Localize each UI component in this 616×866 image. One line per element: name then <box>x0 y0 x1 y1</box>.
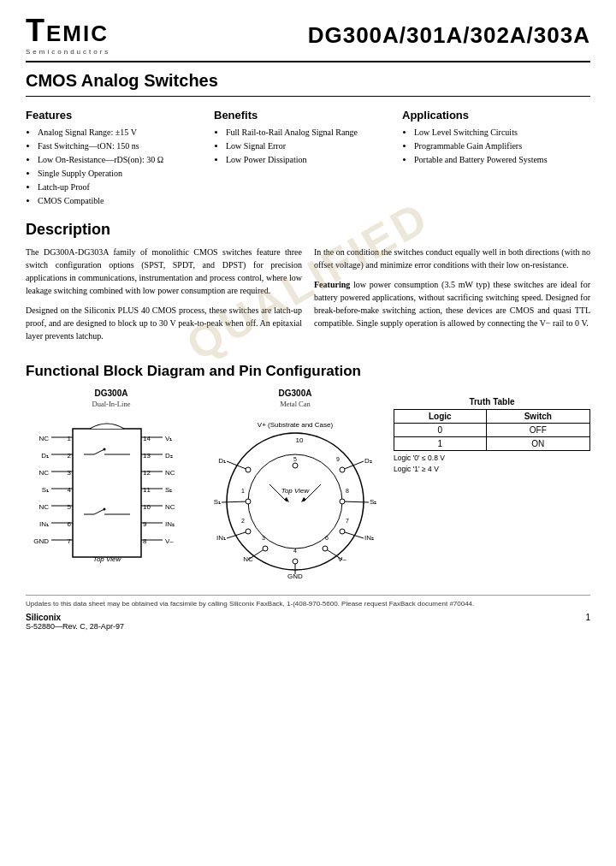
benefits-list: Full Rail-to-Rail Analog Signal Range Lo… <box>214 127 394 166</box>
can-svg: V+ (Substrate and Case) D₁ 10 D₂ 9 S₁ 1 … <box>205 412 385 583</box>
svg-text:10: 10 <box>296 436 304 444</box>
svg-point-77 <box>340 529 345 534</box>
revision-text: S-52880—Rev. C, 28-Apr-97 <box>26 622 124 631</box>
applications-column: Applications Low Level Switching Circuit… <box>402 109 590 209</box>
svg-text:NC: NC <box>165 469 175 477</box>
svg-text:12: 12 <box>143 469 151 477</box>
svg-text:V₁: V₁ <box>165 435 172 442</box>
dip-diagram: DG300A Dual-In-Line 1 NC 2 D₁ 3 NC 4 S₁ <box>26 389 197 584</box>
description-col2: In the on condition the switches conduct… <box>314 246 590 349</box>
company-logo: TEMIC Semiconductors <box>26 15 110 56</box>
logo-subtitle: Semiconductors <box>26 48 110 56</box>
svg-text:IN₂: IN₂ <box>165 520 175 528</box>
list-item: Analog Signal Range: ±15 V <box>38 127 205 139</box>
svg-text:V+ (Substrate and Case): V+ (Substrate and Case) <box>258 421 334 429</box>
can-diagram: DG300A Metal Can V+ (Substrate and Case)… <box>205 389 385 584</box>
desc-p3: In the on condition the switches conduct… <box>314 246 590 271</box>
svg-text:1: 1 <box>68 435 72 442</box>
svg-rect-0 <box>73 429 141 557</box>
svg-point-65 <box>246 499 251 504</box>
svg-text:S₂: S₂ <box>165 486 172 494</box>
list-item: Fast Switching—tON: 150 ns <box>38 140 205 152</box>
svg-text:IN₂: IN₂ <box>364 534 374 542</box>
svg-text:GND: GND <box>33 537 49 545</box>
desc-p1: The DG300A-DG303A family of monolithic C… <box>26 246 302 297</box>
svg-text:S₂: S₂ <box>370 498 376 506</box>
description-body: The DG300A-DG303A family of monolithic C… <box>26 246 590 349</box>
svg-text:Top View: Top View <box>93 555 122 563</box>
svg-text:6: 6 <box>68 520 72 528</box>
svg-text:NC: NC <box>38 503 49 511</box>
col-switch: Switch <box>486 410 589 424</box>
svg-text:9: 9 <box>143 520 147 528</box>
features-section: Features Analog Signal Range: ±15 V Fast… <box>26 109 590 209</box>
svg-point-89 <box>293 559 298 564</box>
list-item: Programmable Gain Amplifiers <box>414 140 582 152</box>
applications-title: Applications <box>402 109 582 122</box>
desc-p2: Designed on the Siliconix PLUS 40 CMOS p… <box>26 304 302 342</box>
svg-text:V–: V– <box>338 555 346 563</box>
footer-note: Updates to this data sheet may be obtain… <box>26 595 590 608</box>
features-column: Features Analog Signal Range: ±15 V Fast… <box>26 109 214 209</box>
benefits-column: Benefits Full Rail-to-Rail Analog Signal… <box>214 109 402 209</box>
list-item: CMOS Compatible <box>38 195 205 207</box>
truth-table-section: Truth Table Logic Switch 0 OFF 1 ON <box>394 389 590 473</box>
list-item: Latch-up Proof <box>38 181 205 193</box>
svg-text:4: 4 <box>293 548 297 554</box>
svg-text:V–: V– <box>165 537 174 545</box>
list-item: Single Supply Operation <box>38 168 205 180</box>
page-title: CMOS Analog Switches <box>26 71 590 97</box>
row0-switch: OFF <box>486 424 589 437</box>
svg-text:2: 2 <box>68 452 72 460</box>
list-item: Full Rail-to-Rail Analog Signal Range <box>226 127 394 139</box>
list-item: Portable and Battery Powered Systems <box>414 154 582 166</box>
svg-text:14: 14 <box>143 435 151 442</box>
description-section: QUALIFIED Description The DG300A-DG303A … <box>26 221 590 349</box>
svg-text:8: 8 <box>143 537 147 545</box>
table-row: 1 ON <box>394 437 590 451</box>
svg-point-57 <box>246 467 251 472</box>
footer-left: Siliconix S-52880—Rev. C, 28-Apr-97 <box>26 613 124 631</box>
truth-table: Logic Switch 0 OFF 1 ON <box>394 409 590 451</box>
truth-table-title: Truth Table <box>394 397 590 406</box>
svg-text:8: 8 <box>346 488 349 494</box>
dip-package: Dual-In-Line <box>26 400 197 408</box>
table-row: 0 OFF <box>394 424 590 437</box>
svg-point-61 <box>340 467 345 472</box>
svg-text:10: 10 <box>143 503 151 511</box>
fbd-area: DG300A Dual-In-Line 1 NC 2 D₁ 3 NC 4 S₁ <box>26 389 590 584</box>
desc-p4: Featuring low power consumption (3.5 mW … <box>314 278 590 329</box>
list-item: Low Signal Error <box>226 140 394 152</box>
svg-text:D₂: D₂ <box>165 452 173 460</box>
svg-text:IN₁: IN₁ <box>216 534 226 542</box>
row0-logic: 0 <box>394 424 487 437</box>
benefits-title: Benefits <box>214 109 394 122</box>
applications-list: Low Level Switching Circuits Programmabl… <box>402 127 582 166</box>
row1-logic: 1 <box>394 437 487 451</box>
svg-text:D₁: D₁ <box>41 452 49 460</box>
truth-table-note1: Logic '0' ≤ 0.8 V <box>394 454 590 462</box>
features-list: Analog Signal Range: ±15 V Fast Switchin… <box>26 127 205 207</box>
company-name: Siliconix <box>26 613 124 622</box>
truth-table-wrap: Truth Table Logic Switch 0 OFF 1 ON <box>394 397 590 473</box>
svg-text:11: 11 <box>143 486 151 494</box>
logo-text: TEMIC <box>26 15 110 46</box>
dip-svg: 1 NC 2 D₁ 3 NC 4 S₁ 5 NC 6 IN₁ 7 GND <box>26 412 197 583</box>
featuring-text: Featuring <box>314 280 350 289</box>
svg-point-69 <box>340 499 345 504</box>
row1-switch: ON <box>486 437 589 451</box>
part-number: DG300A/301A/302A/303A <box>308 22 590 49</box>
svg-text:NC: NC <box>38 435 49 442</box>
svg-point-73 <box>246 529 251 534</box>
svg-point-85 <box>323 546 328 551</box>
svg-text:4: 4 <box>68 486 72 494</box>
svg-point-49 <box>104 508 106 511</box>
list-item: Low On-Resistance—rDS(on): 30 Ω <box>38 154 205 166</box>
svg-text:NC: NC <box>38 469 49 477</box>
svg-text:3: 3 <box>262 535 265 541</box>
svg-text:7: 7 <box>68 537 72 545</box>
svg-text:6: 6 <box>325 535 329 541</box>
svg-text:D₁: D₁ <box>218 457 226 465</box>
svg-text:S₁: S₁ <box>214 498 221 506</box>
desc-p4-rest: low power consumption (3.5 mW typ) these… <box>314 280 590 328</box>
